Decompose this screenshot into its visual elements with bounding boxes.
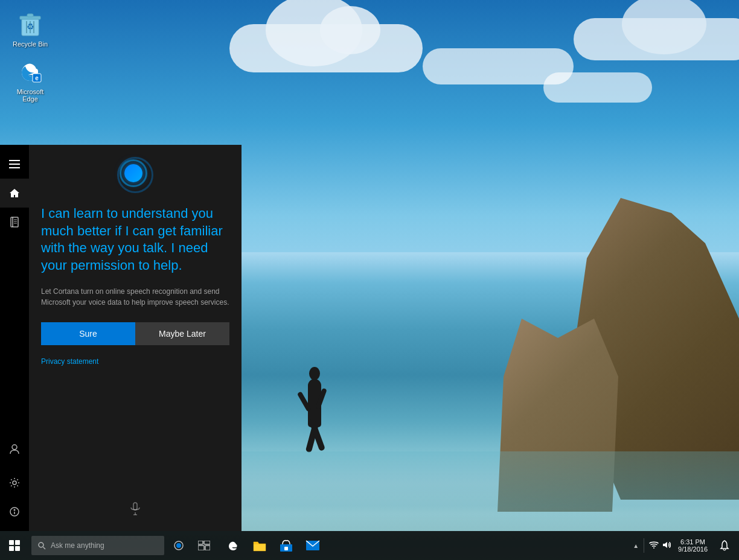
svg-rect-20 [133,503,137,510]
notebook-icon [9,217,20,228]
edge-label: Microsoft Edge [9,88,51,103]
sidebar-nav [0,145,29,531]
file-explorer-icon [252,539,267,552]
store-icon [279,538,293,553]
svg-rect-5 [27,14,33,17]
start-button[interactable] [0,531,29,560]
cortana-logo [117,157,153,193]
recycle-bin-label: Recycle Bin [13,40,48,48]
svg-rect-33 [284,547,288,550]
feedback-icon [9,506,20,517]
cortana-ring-inner [124,164,142,182]
tray-up-arrow[interactable]: ▲ [633,542,639,549]
taskbar-mail[interactable] [299,531,326,560]
cortana-main-text: I can learn to understand you much bette… [41,205,229,274]
search-placeholder: Ask me anything [51,541,104,550]
cloud-1 [229,24,423,72]
task-view-icon [198,541,210,550]
cortana-taskbar-icon [173,539,185,552]
cortana-panel: I can learn to understand you much bette… [0,145,242,531]
taskbar-date: 9/18/2016 [678,546,708,553]
maybe-later-button[interactable]: Maybe Later [135,322,229,345]
action-center-button[interactable] [715,531,734,560]
microphone-icon[interactable] [128,501,142,519]
recycle-bin-icon[interactable]: ♻ Recycle Bin [6,6,54,51]
cortana-content: I can learn to understand you much bette… [29,145,242,531]
edge-svg: e [16,57,45,86]
sidebar-item-account[interactable] [0,434,29,463]
sidebar-item-feedback[interactable] [0,497,29,526]
microsoft-edge-icon[interactable]: e Microsoft Edge [6,54,54,106]
taskbar: Ask me anything [0,531,739,560]
search-icon [37,541,46,550]
settings-icon [9,477,20,488]
svg-line-24 [43,547,46,550]
search-bar[interactable]: Ask me anything [31,536,164,555]
notification-icon [720,540,729,551]
svg-rect-10 [11,217,18,227]
svg-rect-28 [204,541,210,544]
sidebar-item-notebook[interactable] [0,208,29,237]
sidebar-item-settings[interactable] [0,468,29,497]
network-icon[interactable] [649,541,659,551]
taskbar-file-explorer[interactable] [246,531,273,560]
svg-rect-30 [205,546,210,550]
privacy-statement-link[interactable]: Privacy statement [41,357,229,366]
svg-text:♻: ♻ [27,22,34,31]
home-icon [9,188,20,199]
taskbar-clock[interactable]: 6:31 PM 9/18/2016 [673,538,712,553]
recycle-bin-svg: ♻ [16,9,45,38]
edge-taskbar-icon [226,538,240,553]
windows-logo-icon [9,540,20,551]
taskbar-store[interactable] [273,531,299,560]
cloud-3 [543,72,652,103]
cortana-action-buttons: Sure Maybe Later [41,322,229,345]
edge-image: e [16,57,45,86]
sidebar-hamburger[interactable] [0,150,29,179]
svg-point-16 [13,481,16,485]
desktop: ♻ Recycle Bin e Microsoft Edge [0,0,739,560]
hamburger-icon [9,160,20,168]
sidebar-item-home[interactable] [0,179,29,208]
mail-icon [306,539,320,552]
task-view-button[interactable] [191,531,217,560]
cloud-4 [574,18,739,60]
volume-icon[interactable] [661,541,671,551]
svg-point-26 [176,543,181,548]
cortana-sub-text: Let Cortana turn on online speech recogn… [41,286,229,308]
svg-text:e: e [35,75,39,81]
taskbar-time: 6:31 PM [680,538,705,546]
svg-rect-27 [198,541,203,544]
recycle-bin-image: ♻ [16,9,45,38]
taskbar-pinned-apps [217,531,628,560]
sure-button[interactable]: Sure [41,322,135,345]
desktop-icons: ♻ Recycle Bin e Microsoft Edge [6,6,54,106]
svg-point-15 [12,445,17,450]
taskbar-edge[interactable] [220,531,246,560]
svg-point-23 [39,542,43,547]
system-tray: ▲ 6:31 PM [628,531,739,560]
cortana-taskbar-button[interactable] [167,531,191,560]
account-icon [9,444,20,454]
runner-silhouette [296,379,332,463]
svg-rect-29 [198,546,204,550]
svg-point-18 [14,509,16,511]
